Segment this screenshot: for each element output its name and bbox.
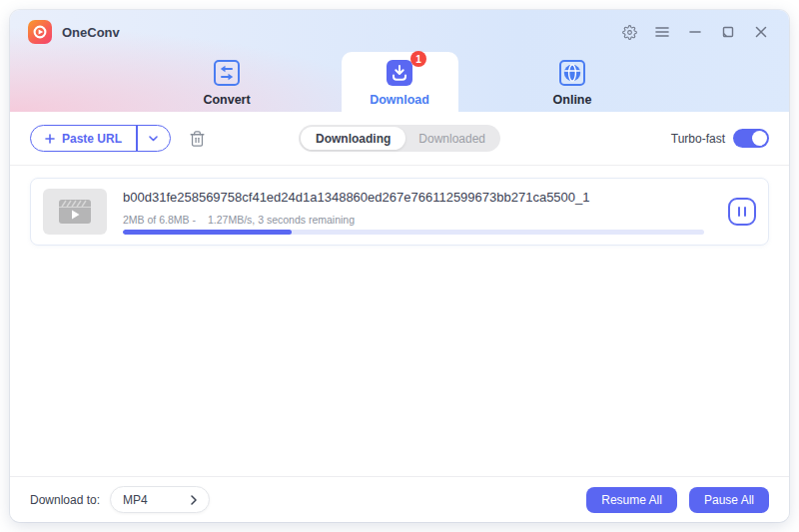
app-title: OneConv <box>62 25 120 40</box>
chevron-down-icon <box>149 136 158 142</box>
video-thumbnail <box>43 189 107 235</box>
pause-icon <box>738 207 741 217</box>
titlebar: OneConv <box>10 10 789 44</box>
segment-downloaded[interactable]: Downloaded <box>405 127 498 150</box>
settings-gear-icon[interactable] <box>619 22 639 42</box>
window-controls <box>619 22 771 42</box>
download-size-progress: 2MB of 6.8MB - <box>123 214 196 226</box>
format-value: MP4 <box>123 493 148 507</box>
close-icon[interactable] <box>751 22 771 42</box>
minimize-icon[interactable] <box>685 22 705 42</box>
download-filename: b00d31fe258569758cf41ed24d1a1348860ed267… <box>123 190 704 205</box>
download-icon: 1 <box>385 58 414 88</box>
progress-bar <box>123 230 704 235</box>
download-item-row: b00d31fe258569758cf41ed24d1a1348860ed267… <box>30 178 769 246</box>
tab-online[interactable]: Online <box>486 52 659 112</box>
status-segmented-control: Downloading Downloaded <box>299 125 500 152</box>
convert-icon <box>212 58 242 88</box>
chevron-right-icon <box>191 495 197 505</box>
tab-convert-label: Convert <box>203 93 250 107</box>
toolbar: Paste URL Downloading Downloaded Turbo-f… <box>10 112 789 166</box>
tab-download-label: Download <box>370 93 429 107</box>
paste-url-button[interactable]: Paste URL <box>30 125 171 152</box>
plus-icon <box>45 134 55 144</box>
download-list: b00d31fe258569758cf41ed24d1a1348860ed267… <box>10 166 789 476</box>
maximize-icon[interactable] <box>718 22 738 42</box>
tab-online-label: Online <box>553 93 592 107</box>
pause-download-button[interactable] <box>728 198 756 226</box>
app-window: OneConv <box>10 10 789 522</box>
download-status: 2MB of 6.8MB - 1.27MB/s, 3 seconds remai… <box>123 214 704 226</box>
menu-hamburger-icon[interactable] <box>652 22 672 42</box>
turbo-fast-toggle[interactable] <box>733 129 769 148</box>
paste-url-main[interactable]: Paste URL <box>31 126 136 151</box>
download-item-info: b00d31fe258569758cf41ed24d1a1348860ed267… <box>123 190 704 235</box>
paste-url-label: Paste URL <box>62 132 122 146</box>
format-select[interactable]: MP4 <box>110 486 210 513</box>
download-to-label: Download to: <box>30 493 100 507</box>
app-logo-icon <box>28 20 52 44</box>
footer: Download to: MP4 Resume All Pause All <box>10 476 789 522</box>
tab-download[interactable]: 1 Download <box>342 52 458 112</box>
header: OneConv <box>10 10 789 112</box>
progress-fill <box>123 230 292 235</box>
download-badge: 1 <box>410 51 426 67</box>
toggle-knob <box>752 131 767 146</box>
segment-downloading[interactable]: Downloading <box>301 127 405 150</box>
turbo-fast-control: Turbo-fast <box>671 129 769 148</box>
tab-bar: Convert 1 Download <box>10 52 789 112</box>
pause-icon <box>744 207 747 217</box>
tab-convert[interactable]: Convert <box>141 52 314 112</box>
delete-trash-icon[interactable] <box>189 130 206 148</box>
resume-all-button[interactable]: Resume All <box>586 487 677 513</box>
turbo-fast-label: Turbo-fast <box>671 132 725 146</box>
paste-url-dropdown[interactable] <box>138 126 170 151</box>
video-file-icon <box>58 199 92 225</box>
pause-all-button[interactable]: Pause All <box>689 487 769 513</box>
footer-actions: Resume All Pause All <box>586 487 769 513</box>
download-speed-eta: 1.27MB/s, 3 seconds remaining <box>208 214 355 226</box>
online-globe-icon <box>557 58 587 88</box>
